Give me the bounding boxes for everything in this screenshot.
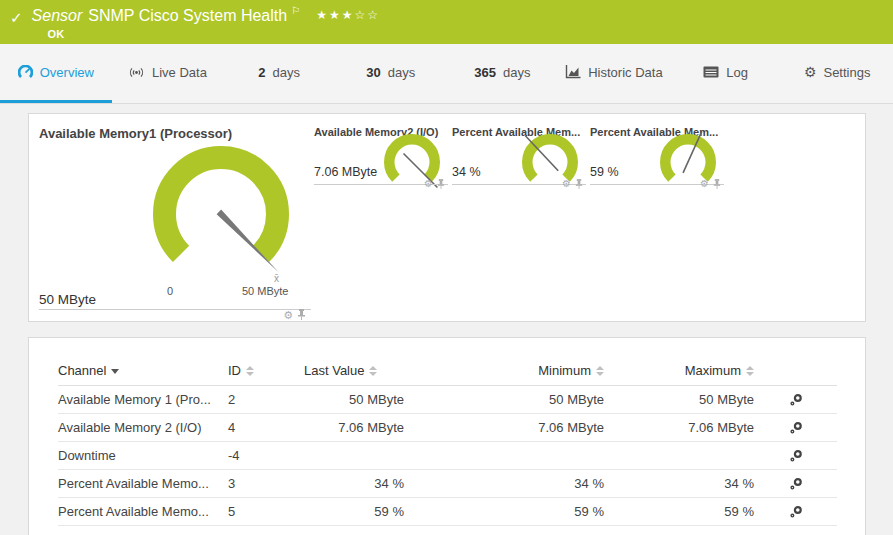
flag-icon[interactable]: ⚐ [291, 5, 300, 16]
tab-2-days[interactable]: 2 days [223, 44, 335, 103]
tab-label: Settings [823, 65, 870, 80]
tab-number: 30 [366, 65, 380, 80]
column-header-channel[interactable]: Channel [58, 363, 228, 378]
status-badge: OK [48, 28, 380, 40]
tab-label: days [388, 65, 415, 80]
table-row[interactable]: Downtime -4 [58, 442, 837, 470]
channels-panel: Channel ID Last Value Minimum Maximum [28, 337, 866, 535]
sort-icon [596, 366, 604, 376]
channel-name[interactable]: Downtime [58, 448, 228, 463]
channels-table: Channel ID Last Value Minimum Maximum [29, 338, 865, 526]
status-ok-check-icon: ✓ [10, 9, 23, 27]
channel-id: -4 [228, 448, 304, 463]
gauge-settings-gear-icon[interactable]: ⚙ [424, 179, 433, 189]
tab-label: days [272, 65, 299, 80]
gauge-value: 34 % [452, 165, 481, 179]
gauge-value: 7.06 MByte [314, 165, 377, 179]
tab-live-data[interactable]: Live Data [112, 44, 224, 103]
table-row[interactable]: Available Memory 2 (I/O) 4 7.06 MByte 7.… [58, 414, 837, 442]
pin-icon[interactable] [437, 179, 445, 189]
tab-label: Overview [40, 65, 94, 80]
column-label: Channel [58, 363, 106, 378]
priority-stars[interactable]: ★★★☆☆ [316, 8, 380, 22]
channel-id: 2 [228, 392, 304, 407]
channel-name[interactable]: Available Memory 2 (I/O) [58, 420, 228, 435]
gauge-dial: x̄ [136, 122, 311, 290]
table-row[interactable]: Available Memory 1 (Pro... 2 50 MByte 50… [58, 386, 837, 414]
gauge-scale-max: 50 MByte [242, 285, 288, 297]
sort-icon [746, 366, 754, 376]
sort-icon [369, 366, 377, 376]
sensor-tab-bar: Overview Live Data 2 days 30 days 365 da… [0, 44, 893, 104]
table-row[interactable]: Percent Available Memo... 5 59 % 59 % 59… [58, 498, 837, 526]
channel-maximum: 50 MByte [604, 392, 754, 407]
channel-last-value: 50 MByte [304, 392, 404, 407]
sensor-title-block: Sensor SNMP Cisco System Health ⚐ ★★★☆☆ … [32, 7, 380, 40]
broadcast-icon [128, 66, 145, 79]
gauge-settings-gear-icon[interactable]: ⚙ [562, 179, 571, 189]
channel-maximum: 7.06 MByte [604, 420, 754, 435]
tab-settings[interactable]: ⚙ Settings [781, 44, 893, 103]
channel-minimum: 59 % [404, 504, 604, 519]
tab-label: Live Data [152, 65, 207, 80]
gauge-available-memory2[interactable]: Available Memory2 (I/O) 7.06 MByte ⚙ [314, 126, 448, 186]
channel-settings-gears-icon[interactable] [789, 505, 803, 519]
channel-settings-gears-icon[interactable] [789, 449, 803, 463]
tab-historic-data[interactable]: Historic Data [558, 44, 670, 103]
channel-maximum: 59 % [604, 504, 754, 519]
sensor-type-label: Sensor [32, 7, 83, 25]
table-header-row: Channel ID Last Value Minimum Maximum [58, 356, 837, 386]
column-header-last-value[interactable]: Last Value [304, 363, 404, 378]
channel-minimum: 50 MByte [404, 392, 604, 407]
gauge-icon [18, 65, 33, 80]
gauge-percent-available-memory1[interactable]: Percent Available Mem... 34 % ⚙ [452, 126, 586, 186]
gauge-available-memory1[interactable]: Available Memory1 (Processor) x̄ 0 50 MB… [39, 126, 311, 312]
channel-last-value: 59 % [304, 504, 404, 519]
channel-settings-gears-icon[interactable] [789, 421, 803, 435]
column-label: Last Value [304, 363, 364, 378]
channel-id: 4 [228, 420, 304, 435]
tab-label: days [503, 65, 530, 80]
channel-id: 3 [228, 476, 304, 491]
gauge-scale-min: 0 [167, 285, 173, 297]
gauge-divider [39, 309, 311, 310]
gauge-settings-gear-icon[interactable]: ⚙ [700, 179, 709, 189]
column-header-minimum[interactable]: Minimum [404, 363, 604, 378]
gauges-panel: Available Memory1 (Processor) x̄ 0 50 MB… [28, 113, 866, 322]
channel-minimum: 34 % [404, 476, 604, 491]
table-row[interactable]: Percent Available Memo... 3 34 % 34 % 34… [58, 470, 837, 498]
column-label: Maximum [685, 363, 741, 378]
channel-name[interactable]: Percent Available Memo... [58, 476, 228, 491]
average-marker: x̄ [274, 273, 279, 284]
gauge-percent-available-memory2[interactable]: Percent Available Mem... 59 % ⚙ [590, 126, 724, 186]
gauge-value: 59 % [590, 165, 619, 179]
log-icon [703, 66, 719, 78]
tab-number: 2 [258, 65, 265, 80]
column-header-maximum[interactable]: Maximum [604, 363, 754, 378]
channel-minimum: 7.06 MByte [404, 420, 604, 435]
chart-icon [565, 65, 581, 79]
tab-365-days[interactable]: 365 days [447, 44, 559, 103]
pin-icon[interactable] [713, 179, 721, 189]
channel-id: 5 [228, 504, 304, 519]
channel-last-value: 7.06 MByte [304, 420, 404, 435]
sensor-header: ✓ Sensor SNMP Cisco System Health ⚐ ★★★☆… [0, 0, 893, 44]
column-header-id[interactable]: ID [228, 363, 304, 378]
tab-label: Log [726, 65, 748, 80]
channel-name[interactable]: Percent Available Memo... [58, 504, 228, 519]
pin-icon[interactable] [575, 179, 583, 189]
page-title: SNMP Cisco System Health [88, 7, 287, 25]
pin-icon[interactable] [297, 309, 306, 320]
tab-log[interactable]: Log [670, 44, 782, 103]
tab-overview[interactable]: Overview [0, 44, 112, 103]
channel-name[interactable]: Available Memory 1 (Pro... [58, 392, 228, 407]
channel-maximum: 34 % [604, 476, 754, 491]
channel-settings-gears-icon[interactable] [789, 477, 803, 491]
gauge-settings-gear-icon[interactable]: ⚙ [283, 310, 293, 320]
sort-icon [246, 366, 254, 376]
column-label: Minimum [538, 363, 591, 378]
gear-icon: ⚙ [804, 65, 817, 79]
channel-settings-gears-icon[interactable] [789, 393, 803, 407]
gauge-value: 50 MByte [39, 292, 96, 307]
tab-30-days[interactable]: 30 days [335, 44, 447, 103]
